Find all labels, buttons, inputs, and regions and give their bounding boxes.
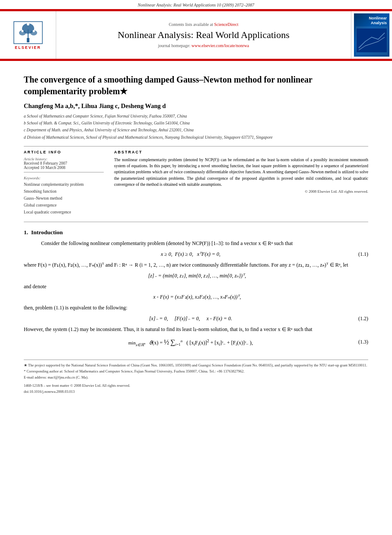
article-info-heading: ARTICLE INFO [24, 150, 104, 154]
however-text: However, the system (1.2) may be inconsi… [24, 325, 368, 334]
elsevier-logo: ELSEVIER [13, 21, 43, 50]
article-title: The convergence of a smoothing damped Ga… [24, 74, 368, 97]
equation-1-2-number: (1.2) [344, 315, 368, 322]
equation-z-minus: [z]₋ = (min{0, z₁}, min{0, z₂}, …, min{0… [24, 273, 368, 279]
elsevier-tree-icon [13, 21, 43, 45]
history-label: Article history: [24, 157, 104, 161]
affiliation-d: d Division of Mathematical Sciences, Sch… [24, 134, 368, 141]
keywords-list: Nonlinear complementarity problem Smooth… [24, 181, 104, 216]
cover-title: NonlinearAnalysis [356, 15, 388, 26]
svg-point-8 [32, 30, 35, 32]
cover-body [356, 26, 388, 55]
equation-xF: x ◦ F(x) = (x₁F₁(x), x₂F₂(x), …, xₙFₙ(x)… [24, 294, 368, 300]
elsevier-wordmark: ELSEVIER [15, 45, 41, 50]
equation-1-1-content: x ≥ 0, F(x) ≥ 0, xᵀF(x) = 0, [37, 251, 344, 258]
sciencedirect-line: Contents lists available at ScienceDirec… [169, 22, 238, 27]
affiliation-a: a School of Mathematics and Computer Sci… [24, 113, 368, 120]
journal-cover-image: NonlinearAnalysis [354, 13, 389, 57]
equation-1-2-content: [x]₋ = 0, [F(x)]₋ = 0, x ◦ F(x) = 0. [37, 315, 344, 322]
equation-1-2: [x]₋ = 0, [F(x)]₋ = 0, x ◦ F(x) = 0. (1.… [24, 315, 368, 322]
elsevier-logo-section: ELSEVIER [0, 11, 56, 59]
equation-xF-content: x ◦ F(x) = (x₁F₁(x), x₂F₂(x), …, xₙFₙ(x)… [50, 294, 344, 300]
intro-paragraph-1: Consider the following nonlinear complem… [41, 239, 368, 248]
authors-line: Changfeng Ma a,b,*, Lihua Jiang c, Deshe… [24, 102, 368, 110]
svg-point-7 [21, 30, 23, 32]
homepage-line: journal homepage: www.elsevier.com/locat… [158, 43, 249, 48]
section-divider-1 [24, 146, 368, 146]
cover-graphic-icon [357, 29, 387, 52]
main-content: The convergence of a smoothing damped Ga… [0, 61, 392, 403]
sciencedirect-link[interactable]: ScienceDirect [214, 22, 238, 27]
page: Nonlinear Analysis: Real World Applicati… [0, 0, 392, 535]
abstract-column: ABSTRACT The nonlinear complementarity p… [114, 150, 368, 216]
section-1-title: 1. Introduction [24, 229, 368, 236]
journal-citation: Nonlinear Analysis: Real World Applicati… [0, 0, 392, 9]
footnote-corresponding: * Corresponding author at: School of Mat… [24, 369, 368, 375]
keywords-label: Keywords: [24, 176, 104, 180]
keyword-1: Nonlinear complementarity problem [24, 181, 104, 188]
abstract-text: The nonlinear complementarity problem (d… [114, 157, 368, 188]
affiliation-b: b School of Math. & Comput. Sci., Guilin… [24, 120, 368, 127]
affiliation-c: c Department of Math. and Physics, Anhui… [24, 127, 368, 134]
article-info-column: ARTICLE INFO Article history: Received 8… [24, 150, 104, 216]
affiliations-block: a School of Mathematics and Computer Sci… [24, 113, 368, 141]
footnote-star: ★ The project supported by the National … [24, 363, 368, 369]
footnote-doi: doi:10.1016/j.nonrwa.2008.03.013 [24, 389, 368, 395]
footnote-issn: 1468-1218/$ – see front matter © 2008 El… [24, 383, 368, 389]
journal-cover-section: NonlinearAnalysis [351, 11, 392, 59]
accepted-date: Accepted 10 March 2008 [24, 166, 104, 170]
copyright-line: © 2008 Elsevier Ltd. All rights reserved… [114, 189, 368, 194]
intro-paragraph-2: where F(x) = (F₁(x), F₂(x), …, Fₙ(x))ᵀ a… [24, 261, 368, 269]
keyword-2: Smoothing function [24, 188, 104, 195]
banner-center: Contents lists available at ScienceDirec… [56, 11, 351, 59]
received-date: Received 8 February 2007 [24, 161, 104, 166]
and-denote-text: and denote [24, 283, 368, 291]
svg-point-6 [27, 23, 29, 25]
equation-z-minus-content: [z]₋ = (min{0, z₁}, min{0, z₂}, …, min{0… [50, 273, 344, 279]
info-abstract-columns: ARTICLE INFO Article history: Received 8… [24, 150, 368, 216]
journal-title-banner: Nonlinear Analysis: Real World Applicati… [118, 29, 289, 41]
equation-1-1-number: (1.1) [344, 251, 368, 258]
section-divider-2 [24, 222, 368, 222]
equation-1-1: x ≥ 0, F(x) ≥ 0, xᵀF(x) = 0, (1.1) [24, 251, 368, 258]
journal-banner: ELSEVIER Contents lists available at Sci… [0, 10, 392, 60]
keyword-5: Local quadratic convergence [24, 209, 104, 216]
equation-1-3: minx∈ℝn ϑ(x) = ½ ∑i=1n ( [xiFi(x)]2 + [x… [24, 338, 368, 347]
keyword-4: Global convergence [24, 202, 104, 209]
then-problem-text: then, problem (1.1) is equivalent to the… [24, 304, 368, 312]
footnotes-block: ★ The project supported by the National … [24, 360, 368, 395]
info-divider [24, 172, 104, 172]
keyword-3: Gauss–Newton method [24, 195, 104, 202]
equation-1-3-content: minx∈ℝn ϑ(x) = ½ ∑i=1n ( [xiFi(x)]2 + [x… [37, 338, 344, 347]
equation-1-3-number: (1.3) [344, 339, 368, 345]
footnote-email: E-mail address: macf@fjnu.edu.cn (C. Ma)… [24, 375, 368, 381]
homepage-link[interactable]: www.elsevier.com/locate/nonrwa [191, 43, 249, 48]
abstract-heading: ABSTRACT [114, 150, 368, 154]
